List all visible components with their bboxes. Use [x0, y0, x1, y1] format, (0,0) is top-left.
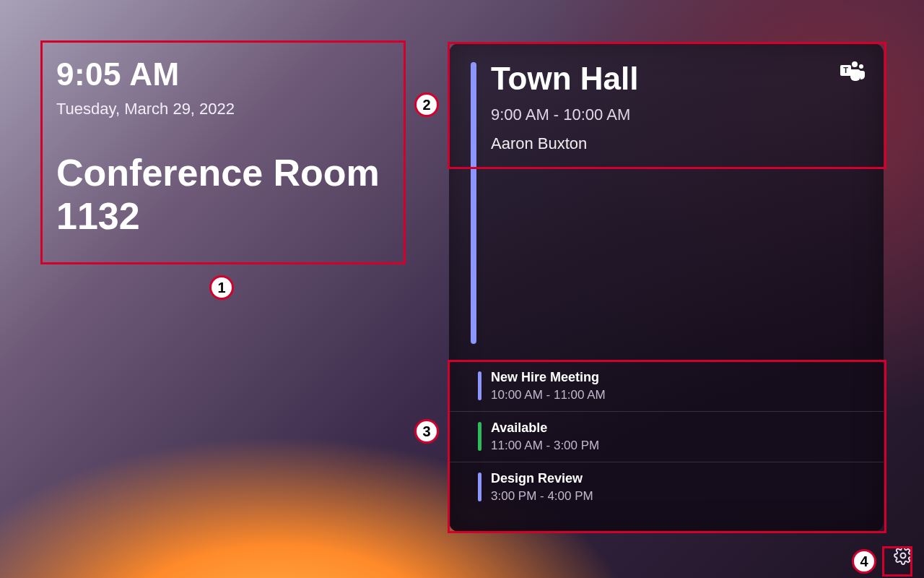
upcoming-item-title: Available [491, 420, 862, 436]
current-date: Tuesday, March 29, 2022 [56, 100, 417, 118]
upcoming-item-title: Design Review [491, 471, 862, 486]
annotation-number-4: 4 [852, 549, 876, 574]
upcoming-item[interactable]: Available 11:00 AM - 3:00 PM [449, 412, 884, 462]
current-time: 9:05 AM [56, 56, 417, 92]
svg-text:T: T [843, 66, 848, 74]
current-meeting-organizer: Aaron Buxton [491, 134, 862, 153]
upcoming-item-time: 10:00 AM - 11:00 AM [491, 388, 862, 402]
current-meeting-accent [471, 62, 476, 344]
svg-point-4 [901, 553, 906, 558]
settings-button[interactable] [889, 543, 917, 571]
upcoming-item[interactable]: Design Review 3:00 PM - 4:00 PM [449, 462, 884, 512]
current-meeting-title: Town Hall [491, 61, 862, 97]
current-meeting-tile[interactable]: Town Hall 9:00 AM - 10:00 AM Aaron Buxto… [449, 43, 884, 354]
upcoming-item-title: New Hire Meeting [491, 370, 862, 385]
annotation-number-3: 3 [414, 419, 439, 444]
upcoming-item-time: 11:00 AM - 3:00 PM [491, 439, 862, 453]
status-bar-available [478, 422, 481, 451]
room-name: Conference Room 1132 [56, 152, 417, 238]
status-bar-busy [478, 473, 481, 501]
teams-icon: T [840, 61, 865, 82]
upcoming-item[interactable]: New Hire Meeting 10:00 AM - 11:00 AM [449, 361, 884, 412]
status-bar-busy [478, 371, 481, 400]
annotation-number-1: 1 [209, 275, 234, 300]
current-meeting-time: 9:00 AM - 10:00 AM [491, 105, 862, 124]
calendar-panel: Town Hall 9:00 AM - 10:00 AM Aaron Buxto… [449, 43, 884, 532]
annotation-number-2: 2 [414, 92, 439, 117]
room-info-tile: 9:05 AM Tuesday, March 29, 2022 Conferen… [56, 56, 417, 238]
upcoming-item-time: 3:00 PM - 4:00 PM [491, 489, 862, 504]
gear-icon [894, 546, 912, 568]
svg-point-3 [859, 64, 863, 69]
svg-point-2 [852, 61, 858, 67]
upcoming-list: New Hire Meeting 10:00 AM - 11:00 AM Ava… [449, 361, 884, 532]
